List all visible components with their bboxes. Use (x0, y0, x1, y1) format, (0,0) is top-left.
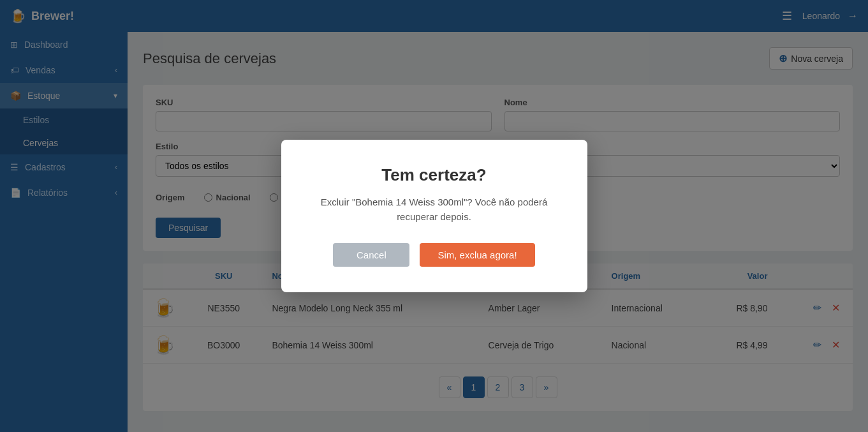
modal-overlay: Tem certeza? Excluir "Bohemia 14 Weiss 3… (0, 0, 868, 432)
modal-box: Tem certeza? Excluir "Bohemia 14 Weiss 3… (281, 140, 587, 292)
modal-body: Excluir "Bohemia 14 Weiss 300ml"? Você n… (313, 195, 555, 224)
modal-cancel-button[interactable]: Cancel (333, 243, 409, 267)
modal-title: Tem certeza? (313, 165, 555, 185)
modal-actions: Cancel Sim, exclua agora! (313, 243, 555, 267)
modal-confirm-button[interactable]: Sim, exclua agora! (420, 243, 534, 267)
